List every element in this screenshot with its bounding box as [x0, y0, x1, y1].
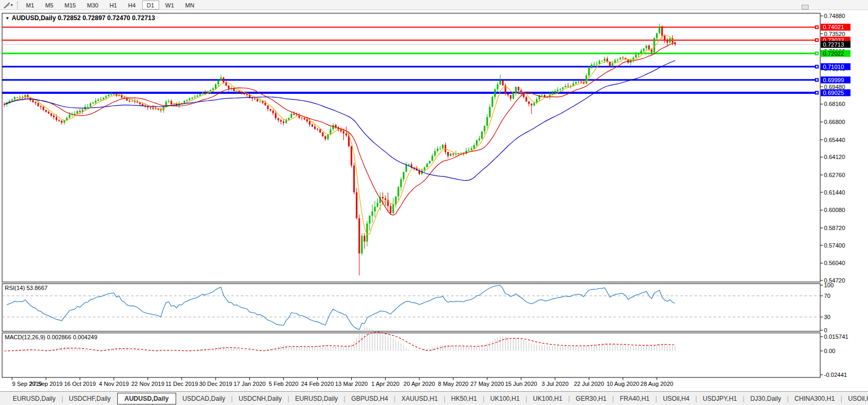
timeframe-button-m30[interactable]: M30	[82, 1, 103, 10]
toolbar-grip	[17, 2, 18, 8]
date-tick-label: 17 Jan 2020	[233, 381, 266, 387]
chart-window: 0.748800.735200.721600.708400.694800.681…	[0, 10, 868, 391]
date-tick-label: 11 Dec 2019	[166, 381, 198, 387]
chart-tab-china300-h1[interactable]: CHINA300,H1	[789, 393, 840, 404]
svg-text:0.66800: 0.66800	[824, 119, 845, 125]
date-tick-label: 1 Apr 2020	[371, 381, 400, 387]
price-chart[interactable]: 0.748800.735200.721600.708400.694800.681…	[0, 10, 868, 391]
timeframe-toolbar: ▾ M1M5M15M30H1H4D1W1MN	[0, 0, 868, 10]
svg-text:0.69999: 0.69999	[823, 77, 844, 83]
chart-tab-uk100-h1[interactable]: UK100,H1	[485, 393, 525, 404]
svg-text:0.57400: 0.57400	[824, 242, 845, 249]
chart-tab-fra40-h1[interactable]: FRA40,H1	[614, 393, 655, 404]
date-tick-label: 10 Aug 2020	[606, 381, 639, 387]
date-tick-label: 16 Oct 2019	[64, 381, 96, 387]
date-tick-label: 20 Apr 2020	[404, 381, 435, 387]
svg-text:70: 70	[824, 293, 830, 299]
timeframe-button-d1[interactable]: D1	[142, 1, 159, 10]
date-tick-label: 8 May 2020	[438, 381, 468, 387]
chart-tab-ger30-h1[interactable]: GER30,H1	[570, 393, 612, 404]
cursor-tool-button[interactable]: ▾	[1, 1, 15, 9]
chart-tab-gbpusd-h4[interactable]: GBPUSD,H4	[346, 393, 393, 404]
chevron-down-icon: ▾	[11, 3, 13, 7]
date-tick-label: 15 Jun 2020	[505, 381, 537, 387]
timeframe-button-h4[interactable]: H4	[123, 1, 140, 10]
timeframe-button-w1[interactable]: W1	[161, 1, 179, 10]
timeframe-button-m15[interactable]: M15	[60, 1, 81, 10]
svg-text:0.015741: 0.015741	[824, 333, 848, 340]
date-tick-label: 30 Dec 2019	[199, 381, 232, 387]
svg-text:0.68160: 0.68160	[824, 101, 845, 107]
svg-text:0.56040: 0.56040	[824, 260, 845, 266]
date-tick-label: 13 Mar 2020	[335, 381, 368, 387]
chart-tab-usdjpy-h1[interactable]: USDJPY,H1	[698, 393, 742, 404]
date-tick-label: 3 Jul 2020	[542, 381, 569, 387]
chart-tab-usoil-h4[interactable]: USOil,H4	[657, 393, 695, 404]
date-tick-label: 28 Aug 2020	[640, 381, 673, 387]
svg-text:0.74880: 0.74880	[824, 13, 845, 19]
timeframe-button-h1[interactable]: H1	[105, 1, 121, 10]
svg-text:0.62760: 0.62760	[824, 172, 845, 178]
chart-tab-uk100-h1[interactable]: UK100,H1	[528, 393, 568, 404]
date-tick-label: 22 Jul 2020	[574, 381, 604, 387]
svg-text:0.69025: 0.69025	[823, 90, 844, 96]
svg-text:▼: ▼	[5, 16, 10, 21]
svg-text:0: 0	[824, 327, 827, 333]
chart-tab-eurusd-daily[interactable]: EURUSD,Daily	[7, 393, 61, 404]
svg-text:-0.02441: -0.02441	[824, 372, 847, 378]
date-tick-label: 24 Feb 2020	[301, 381, 334, 387]
date-tick-label: 5 Feb 2020	[269, 381, 299, 387]
chart-tab-hk50-h1[interactable]: HK50,H1	[446, 393, 482, 404]
chart-tab-xauusd-h1[interactable]: XAUUSD,H1	[396, 393, 443, 404]
date-tick-label: 27 Sep 2019	[30, 381, 63, 387]
svg-text:30: 30	[824, 314, 830, 320]
svg-text:0.71010: 0.71010	[823, 64, 844, 70]
svg-text:0.69480: 0.69480	[824, 84, 845, 90]
chart-title: AUDUSD,Daily 0.72852 0.72897 0.72470 0.7…	[12, 14, 155, 22]
svg-text:0.74021: 0.74021	[823, 24, 844, 30]
timeframe-button-m1[interactable]: M1	[21, 1, 39, 10]
svg-text:0.73520: 0.73520	[824, 31, 845, 37]
chart-tab-usoil-h1[interactable]: USOil,H1	[843, 393, 868, 404]
timeframe-button-m5[interactable]: M5	[40, 1, 58, 10]
svg-text:0.65440: 0.65440	[824, 137, 845, 143]
svg-text:0.00: 0.00	[824, 348, 835, 354]
draw-cursor-icon	[3, 2, 10, 8]
svg-text:0.58720: 0.58720	[824, 225, 845, 231]
chart-tab-bar: EURUSD,Daily|USDCHF,DailyAUDUSD,DailyUSD…	[0, 391, 868, 405]
chart-tab-usdcad-daily[interactable]: USDCAD,Daily	[177, 393, 231, 404]
chart-tab-eurusd-daily[interactable]: EURUSD,Daily	[290, 393, 343, 404]
chart-tab-audusd-daily[interactable]: AUDUSD,Daily	[117, 393, 176, 404]
svg-text:0.61440: 0.61440	[824, 189, 845, 196]
svg-text:0.60080: 0.60080	[824, 207, 845, 213]
date-tick-label: 4 Nov 2019	[99, 381, 129, 387]
window-scroll-stub[interactable]	[802, 5, 809, 10]
svg-text:100: 100	[824, 282, 834, 288]
svg-text:0.72022: 0.72022	[823, 50, 844, 57]
macd-label: MACD(12,26,9) 0.002866 0.004249	[5, 334, 97, 340]
chart-tab-dj30-daily[interactable]: DJ30,Daily	[745, 393, 786, 404]
chart-tab-usdchf-daily[interactable]: USDCHF,Daily	[64, 393, 116, 404]
date-tick-label: 22 Nov 2019	[131, 381, 164, 387]
svg-text:0.64120: 0.64120	[824, 154, 845, 160]
rsi-label: RSI(14) 53.8667	[5, 285, 48, 291]
svg-text:0.72713: 0.72713	[823, 41, 844, 48]
date-tick-label: 27 May 2020	[470, 381, 504, 387]
timeframe-button-mn[interactable]: MN	[180, 1, 199, 10]
chart-tab-usdcnh-daily[interactable]: USDCNH,Daily	[233, 393, 287, 404]
